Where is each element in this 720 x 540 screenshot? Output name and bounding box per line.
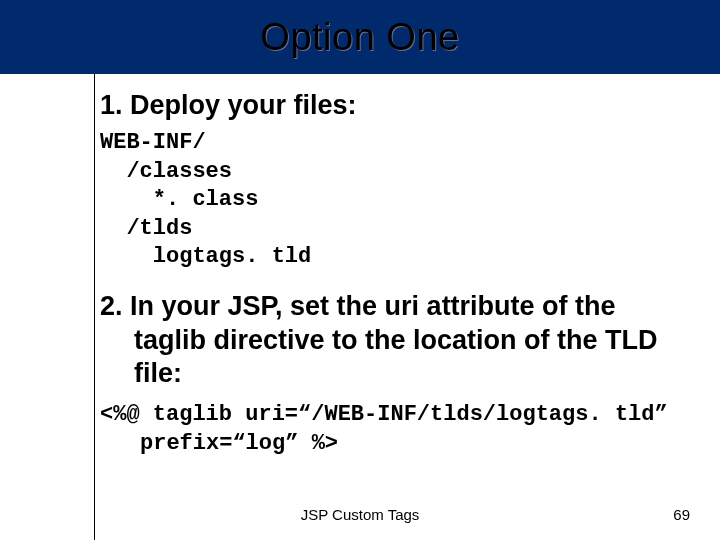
- title-bar: Option One: [0, 0, 720, 74]
- step2-code-line2: prefix=“log” %>: [100, 430, 690, 459]
- step1-heading: 1. Deploy your files:: [100, 90, 690, 121]
- slide: Option One 1. Deploy your files: WEB-INF…: [0, 0, 720, 540]
- step2-line2: taglib directive to the location of the …: [100, 324, 690, 358]
- step2-code-line1: <%@ taglib uri=“/WEB-INF/tlds/logtags. t…: [100, 402, 668, 427]
- footer-center: JSP Custom Tags: [0, 506, 720, 523]
- step2-heading: 2. In your JSP, set the uri attribute of…: [100, 290, 690, 391]
- footer: JSP Custom Tags 69: [0, 506, 720, 528]
- step2-line3: file:: [100, 357, 690, 391]
- slide-title: Option One: [260, 16, 459, 59]
- content-area: 1. Deploy your files: WEB-INF/ /classes …: [100, 90, 690, 500]
- footer-page-number: 69: [673, 506, 690, 523]
- step1-code: WEB-INF/ /classes *. class /tlds logtags…: [100, 129, 690, 272]
- step2-line1: 2. In your JSP, set the uri attribute of…: [100, 291, 616, 321]
- step2-code: <%@ taglib uri=“/WEB-INF/tlds/logtags. t…: [100, 401, 690, 458]
- vertical-divider: [94, 74, 95, 540]
